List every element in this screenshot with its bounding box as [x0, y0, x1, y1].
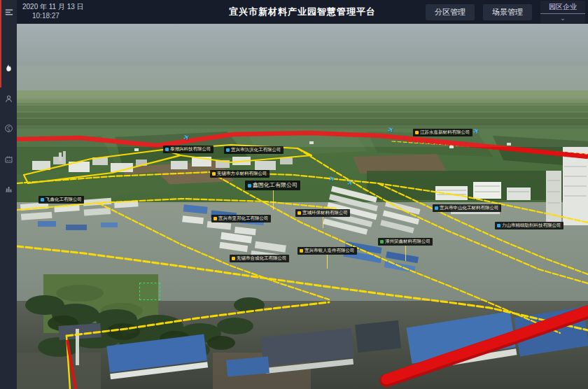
- label-leader-line: [323, 217, 323, 228]
- hamburger-icon: [4, 7, 14, 17]
- zone-management-button[interactable]: 分区管理: [426, 4, 475, 20]
- company-label-text: 宜城环保材料有限公司: [302, 211, 348, 215]
- company-map-label[interactable]: 江苏永嘉新材料有限公司: [413, 129, 472, 136]
- label-leader-line: [327, 255, 328, 269]
- aircraft-marker-icon[interactable]: ✈: [182, 132, 192, 142]
- factory-icon: [4, 155, 13, 164]
- company-map-label[interactable]: 泰潮兴科技有限公司: [163, 146, 214, 153]
- company-map-label[interactable]: 鑫国化工有限公司: [245, 181, 300, 190]
- company-marker-icon: [415, 131, 419, 134]
- company-marker-icon: [380, 240, 384, 243]
- aircraft-marker-icon[interactable]: ✈: [346, 178, 356, 188]
- globe-icon: [4, 124, 13, 133]
- company-marker-icon: [497, 224, 500, 227]
- top-bar: 2020 年 11 月 13 日 10:18:27 宜兴市新材料产业园智慧管理平…: [17, 0, 588, 24]
- sidebar-item-statistics[interactable]: [0, 179, 17, 197]
- company-label-text: 无锡市方卓材料有限公司: [217, 171, 267, 176]
- company-label-text: 宜兴市银人造件有限公司: [304, 248, 355, 253]
- sidebar-item-menu[interactable]: [0, 3, 17, 21]
- company-label-text: 江苏永嘉新材料有限公司: [420, 130, 470, 135]
- chevron-down-icon: ⌄: [560, 14, 566, 23]
- sidebar-item-alarm[interactable]: [0, 59, 17, 77]
- company-marker-icon: [232, 257, 235, 260]
- map-selection-box: [139, 283, 160, 300]
- bar-chart-icon: [4, 184, 13, 193]
- company-label-text: 鑫国化工有限公司: [253, 183, 298, 188]
- company-map-label[interactable]: 潭州荣鑫材料有限公司: [378, 238, 433, 246]
- company-map-label[interactable]: 宜兴市亚邦化工有限公司: [211, 215, 271, 222]
- park-enterprise-dropdown[interactable]: 园区企业 ⌄: [540, 1, 585, 23]
- aircraft-marker-icon[interactable]: ✈: [472, 126, 482, 136]
- company-marker-icon: [226, 148, 230, 152]
- company-label-text: 宜兴市亚邦化工有限公司: [218, 216, 269, 221]
- sidebar: [0, 0, 17, 389]
- company-map-label[interactable]: 无锡市合成化工有限公司: [230, 255, 289, 262]
- aircraft-marker-icon[interactable]: ✈: [328, 174, 337, 183]
- company-map-label[interactable]: 无锡市方卓材料有限公司: [210, 170, 270, 178]
- label-leader-line: [273, 190, 274, 210]
- map-overlay: 泰潮兴科技有限公司宜兴市氿滨化工有限公司无锡市方卓材料有限公司鑫国化工有限公司江…: [17, 24, 588, 389]
- company-label-text: 飞鑫化工有限公司: [46, 197, 82, 202]
- company-label-text: 无锡市合成化工有限公司: [237, 256, 287, 261]
- person-icon: [4, 94, 13, 104]
- company-label-text: 宜兴市氿滨化工有限公司: [231, 148, 281, 153]
- company-map-label[interactable]: 宜兴市氿滨化工有限公司: [224, 146, 284, 154]
- company-marker-icon: [41, 198, 44, 201]
- company-marker-icon: [214, 217, 217, 220]
- flame-icon: [4, 63, 13, 73]
- company-label-text: 力山市精细助剂科技有限公司: [502, 223, 561, 228]
- company-map-label[interactable]: 力山市精细助剂科技有限公司: [495, 222, 564, 229]
- company-marker-icon: [248, 184, 251, 188]
- company-map-label[interactable]: 宜兴市中山化工材料有限公司: [433, 204, 501, 212]
- company-marker-icon: [212, 172, 216, 176]
- topbar-actions: 分区管理 场景管理 园区企业 ⌄: [426, 0, 585, 24]
- company-marker-icon: [435, 206, 438, 210]
- company-map-label[interactable]: 宜兴市银人造件有限公司: [298, 247, 357, 255]
- sidebar-item-personnel[interactable]: [0, 90, 17, 108]
- aircraft-marker-icon[interactable]: ✈: [386, 125, 396, 134]
- dropdown-selected-value: 园区企业: [540, 2, 585, 14]
- scene-management-button[interactable]: 场景管理: [483, 4, 532, 20]
- company-label-text: 潭州荣鑫材料有限公司: [385, 239, 430, 244]
- company-marker-icon: [298, 211, 301, 215]
- label-leader-line: [405, 246, 406, 261]
- sidebar-item-monitor[interactable]: [0, 119, 17, 137]
- map-viewport[interactable]: 泰潮兴科技有限公司宜兴市氿滨化工有限公司无锡市方卓材料有限公司鑫国化工有限公司江…: [17, 24, 588, 389]
- company-map-label[interactable]: 飞鑫化工有限公司: [38, 196, 84, 204]
- app-window: 2020 年 11 月 13 日 10:18:27 宜兴市新材料产业园智慧管理平…: [0, 0, 588, 389]
- company-map-label[interactable]: 宜城环保材料有限公司: [295, 209, 350, 217]
- company-marker-icon: [300, 249, 303, 253]
- sidebar-item-enterprise[interactable]: [0, 150, 17, 168]
- company-label-text: 泰潮兴科技有限公司: [170, 147, 211, 152]
- company-marker-icon: [165, 148, 169, 151]
- company-label-text: 宜兴市中山化工材料有限公司: [440, 206, 499, 211]
